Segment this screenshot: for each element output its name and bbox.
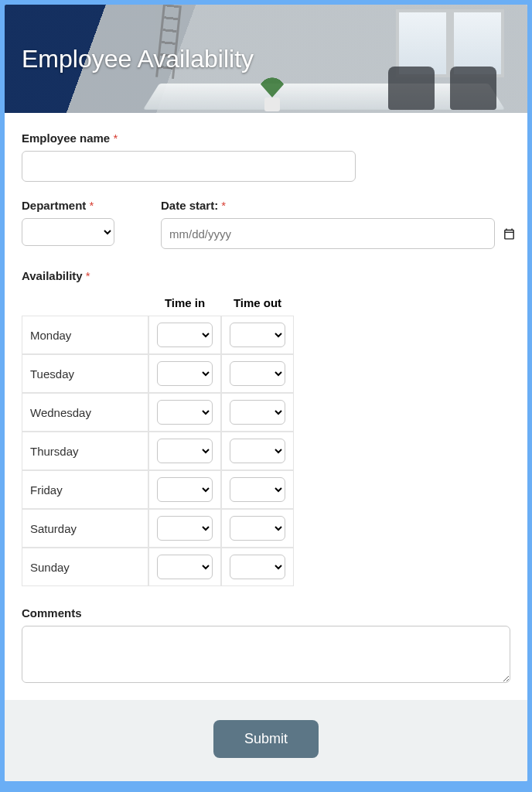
label-text: Employee name bbox=[22, 131, 110, 145]
date-start-field: Date start: * bbox=[161, 199, 516, 249]
availability-time-out-cell bbox=[221, 548, 294, 586]
time-out-select[interactable] bbox=[230, 361, 285, 386]
availability-day: Saturday bbox=[22, 509, 148, 548]
header-decor-plant bbox=[252, 57, 292, 111]
availability-time-in-cell bbox=[148, 548, 221, 586]
availability-row: Saturday bbox=[22, 509, 294, 548]
time-in-select[interactable] bbox=[157, 477, 213, 502]
form-footer: Submit bbox=[5, 700, 527, 781]
availability-row: Tuesday bbox=[22, 354, 294, 393]
availability-day: Thursday bbox=[22, 432, 148, 470]
availability-row: Sunday bbox=[22, 548, 294, 586]
availability-table: Time in Time out MondayTuesdayWednesdayT… bbox=[22, 290, 294, 586]
employee-name-input[interactable] bbox=[22, 151, 356, 182]
time-in-select[interactable] bbox=[157, 361, 213, 386]
required-mark: * bbox=[113, 131, 118, 145]
availability-day: Wednesday bbox=[22, 393, 148, 432]
header-decor-chair bbox=[450, 67, 496, 110]
availability-label: Availability * bbox=[22, 269, 510, 282]
form-header: Employee Availability bbox=[5, 5, 527, 113]
date-start-label: Date start: * bbox=[161, 199, 516, 212]
submit-button[interactable]: Submit bbox=[213, 720, 319, 758]
availability-time-in-cell bbox=[148, 316, 221, 354]
availability-time-in-cell bbox=[148, 354, 221, 393]
time-out-select[interactable] bbox=[230, 400, 285, 425]
availability-time-out-cell bbox=[221, 393, 294, 432]
time-out-select[interactable] bbox=[230, 516, 285, 541]
availability-row: Wednesday bbox=[22, 393, 294, 432]
availability-section: Availability * Time in Time out MondayTu… bbox=[22, 269, 510, 586]
employee-name-field: Employee name * bbox=[22, 131, 510, 182]
availability-time-in-cell bbox=[148, 393, 221, 432]
availability-row: Monday bbox=[22, 316, 294, 354]
availability-time-in-cell bbox=[148, 432, 221, 470]
form-card: Employee Availability Employee name * De… bbox=[5, 5, 527, 781]
label-text: Department bbox=[22, 199, 86, 212]
availability-header-time-out: Time out bbox=[221, 290, 294, 316]
required-mark: * bbox=[86, 269, 90, 282]
time-out-select[interactable] bbox=[230, 555, 285, 579]
required-mark: * bbox=[221, 199, 226, 212]
time-out-select[interactable] bbox=[230, 439, 285, 463]
availability-row: Thursday bbox=[22, 432, 294, 470]
department-field: Department * bbox=[22, 199, 138, 249]
department-select[interactable] bbox=[22, 218, 114, 246]
time-in-select[interactable] bbox=[157, 439, 213, 463]
time-in-select[interactable] bbox=[157, 555, 213, 579]
availability-time-in-cell bbox=[148, 509, 221, 548]
availability-day: Monday bbox=[22, 316, 148, 354]
comments-textarea[interactable] bbox=[22, 626, 510, 683]
required-mark: * bbox=[90, 199, 94, 212]
comments-label: Comments bbox=[22, 606, 510, 620]
availability-time-out-cell bbox=[221, 470, 294, 509]
header-decor-chair bbox=[388, 67, 435, 110]
department-label: Department * bbox=[22, 199, 138, 212]
availability-time-out-cell bbox=[221, 509, 294, 548]
page-title: Employee Availability bbox=[22, 45, 254, 73]
availability-time-out-cell bbox=[221, 432, 294, 470]
form-body: Employee name * Department * Date start:… bbox=[5, 113, 527, 700]
employee-name-label: Employee name * bbox=[22, 131, 510, 145]
label-text: Availability bbox=[22, 269, 83, 282]
label-text: Date start: bbox=[161, 199, 218, 212]
availability-header-time-in: Time in bbox=[148, 290, 221, 316]
time-out-select[interactable] bbox=[230, 323, 285, 347]
availability-day: Friday bbox=[22, 470, 148, 509]
time-in-select[interactable] bbox=[157, 323, 213, 347]
availability-time-out-cell bbox=[221, 316, 294, 354]
availability-time-out-cell bbox=[221, 354, 294, 393]
availability-day: Tuesday bbox=[22, 354, 148, 393]
availability-day: Sunday bbox=[22, 548, 148, 586]
availability-header-day bbox=[22, 290, 148, 316]
time-out-select[interactable] bbox=[230, 477, 285, 502]
calendar-icon[interactable] bbox=[503, 227, 516, 241]
availability-time-in-cell bbox=[148, 470, 221, 509]
time-in-select[interactable] bbox=[157, 516, 213, 541]
comments-section: Comments bbox=[22, 606, 510, 686]
date-start-input[interactable] bbox=[161, 218, 495, 249]
time-in-select[interactable] bbox=[157, 400, 213, 425]
availability-row: Friday bbox=[22, 470, 294, 509]
